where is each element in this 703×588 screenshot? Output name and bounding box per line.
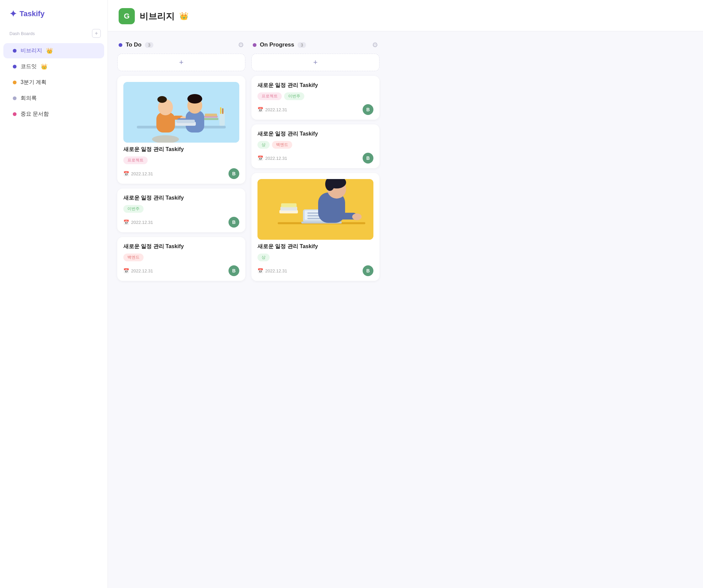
- task-card[interactable]: 새로운 일정 관리 Taskify상📅2022.12.31B: [251, 173, 379, 281]
- task-card[interactable]: 새로운 일정 관리 Taskify상백엔드📅2022.12.31B: [251, 124, 379, 168]
- sidebar-item-hoeuirok[interactable]: 회의록: [3, 91, 104, 106]
- svg-rect-1: [137, 126, 226, 128]
- calendar-icon: 📅: [123, 219, 129, 225]
- card-tags: 프로젝트이번주: [257, 92, 373, 100]
- user-avatar: B: [228, 217, 239, 228]
- card-footer: 📅2022.12.31B: [123, 265, 239, 276]
- card-title: 새로운 일정 관리 Taskify: [123, 146, 239, 153]
- column-count: 3: [145, 42, 153, 48]
- logo-area: ✦ Taskify: [0, 9, 108, 29]
- card-tags: 프로젝트: [123, 156, 239, 164]
- plus-icon: +: [179, 58, 184, 67]
- column-header: To Do3⚙: [117, 41, 245, 49]
- logo-text: Taskify: [20, 9, 44, 18]
- logo-icon: ✦: [9, 9, 17, 18]
- user-avatar: B: [228, 168, 239, 179]
- svg-rect-25: [281, 203, 297, 207]
- column-dot: [119, 43, 122, 47]
- sidebar: ✦ Taskify Dash Boards + 비브리지 👑코드잇 👑3분기 계…: [0, 0, 108, 588]
- sidebar-item-3bungi[interactable]: 3분기 계획: [3, 75, 104, 90]
- column-title: To Do: [126, 41, 142, 48]
- task-card[interactable]: 새로운 일정 관리 Taskify프로젝트이번주📅2022.12.31B: [251, 76, 379, 120]
- column-title: On Progress: [260, 41, 294, 48]
- date-text: 2022.12.31: [131, 268, 153, 273]
- column-gear-button[interactable]: ⚙: [372, 41, 378, 49]
- sidebar-items-list: 비브리지 👑코드잇 👑3분기 계획회의록중요 문서함: [0, 42, 108, 122]
- task-card[interactable]: 새로운 일정 관리 Taskify이번주📅2022.12.31B: [117, 188, 245, 232]
- add-card-button[interactable]: +: [117, 54, 245, 71]
- sidebar-dot: [13, 112, 17, 116]
- task-card[interactable]: 새로운 일정 관리 Taskify프로젝트📅2022.12.31B: [117, 76, 245, 184]
- card-date: 📅2022.12.31: [123, 268, 153, 273]
- svg-rect-31: [307, 218, 321, 219]
- dash-boards-label: Dash Boards: [9, 31, 35, 36]
- svg-rect-7: [222, 108, 223, 114]
- column-header: On Progress3⚙: [251, 41, 379, 49]
- sidebar-dot: [13, 96, 17, 100]
- svg-point-37: [352, 213, 362, 220]
- svg-rect-6: [220, 107, 221, 114]
- card-date: 📅2022.12.31: [257, 155, 287, 161]
- card-tags: 상백엔드: [257, 141, 373, 149]
- svg-rect-4: [205, 114, 217, 116]
- card-title: 새로운 일정 관리 Taskify: [123, 195, 239, 202]
- card-tag: 프로젝트: [123, 156, 148, 164]
- svg-rect-9: [156, 112, 175, 133]
- date-text: 2022.12.31: [265, 107, 287, 112]
- sidebar-item-bibeurijee[interactable]: 비브리지 👑: [3, 43, 104, 58]
- crown-icon: 👑: [41, 63, 48, 70]
- board-avatar: G: [119, 8, 135, 24]
- sidebar-dot: [13, 65, 17, 68]
- card-title: 새로운 일정 관리 Taskify: [123, 243, 239, 250]
- user-avatar: B: [228, 265, 239, 276]
- main-header: G 비브리지 👑: [108, 0, 703, 31]
- task-card[interactable]: 새로운 일정 관리 Taskify백엔드📅2022.12.31B: [117, 237, 245, 281]
- user-avatar: B: [363, 265, 373, 276]
- svg-point-12: [158, 97, 164, 102]
- card-footer: 📅2022.12.31B: [257, 153, 373, 164]
- card-tags: 상: [257, 254, 373, 261]
- add-card-button[interactable]: +: [251, 54, 379, 71]
- svg-point-17: [187, 94, 202, 104]
- crown-icon: 👑: [179, 12, 188, 21]
- card-tag: 이번주: [123, 205, 144, 213]
- card-tags: 이번주: [123, 205, 239, 213]
- main-content: G 비브리지 👑 To Do3⚙+: [108, 0, 703, 588]
- card-title: 새로운 일정 관리 Taskify: [257, 243, 373, 250]
- svg-rect-5: [219, 112, 225, 126]
- column-count: 3: [298, 42, 306, 48]
- card-footer: 📅2022.12.31B: [123, 217, 239, 228]
- date-text: 2022.12.31: [265, 156, 287, 161]
- crown-icon: 👑: [46, 48, 53, 54]
- card-tag: 프로젝트: [257, 92, 282, 100]
- card-footer: 📅2022.12.31B: [123, 168, 239, 179]
- user-avatar: B: [363, 153, 373, 164]
- calendar-icon: 📅: [257, 107, 263, 112]
- board-title: 비브리지: [140, 10, 175, 22]
- kanban-board: To Do3⚙+: [108, 31, 703, 588]
- sidebar-item-label: 중요 문서함: [21, 111, 49, 118]
- calendar-icon: 📅: [123, 171, 129, 176]
- sidebar-item-label: 코드잇: [21, 63, 37, 70]
- card-footer: 📅2022.12.31B: [257, 104, 373, 115]
- calendar-icon: 📅: [257, 268, 263, 273]
- plus-icon: +: [313, 58, 318, 67]
- svg-rect-20: [177, 120, 195, 123]
- user-avatar: B: [363, 104, 373, 115]
- column-gear-button[interactable]: ⚙: [238, 41, 244, 49]
- sidebar-item-label: 3분기 계획: [21, 79, 47, 86]
- card-image: [257, 179, 373, 240]
- card-image: [123, 82, 239, 143]
- card-date: 📅2022.12.31: [123, 171, 153, 176]
- card-tag: 상: [257, 254, 270, 261]
- add-board-button[interactable]: +: [92, 29, 101, 38]
- calendar-icon: 📅: [123, 268, 129, 273]
- card-tag: 상: [257, 141, 270, 149]
- sidebar-item-kodeit[interactable]: 코드잇 👑: [3, 59, 104, 74]
- dash-boards-header: Dash Boards +: [0, 29, 108, 42]
- calendar-icon: 📅: [257, 155, 263, 161]
- card-title: 새로운 일정 관리 Taskify: [257, 130, 373, 138]
- sidebar-item-jungyo[interactable]: 중요 문서함: [3, 107, 104, 122]
- card-date: 📅2022.12.31: [123, 219, 153, 225]
- card-tag: 백엔드: [272, 141, 292, 149]
